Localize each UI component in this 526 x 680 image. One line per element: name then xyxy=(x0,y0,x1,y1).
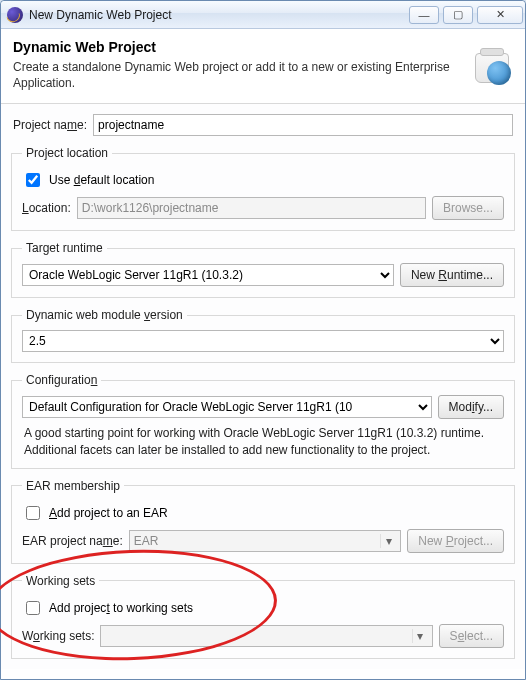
working-sets-legend: Working sets xyxy=(22,574,99,588)
titlebar[interactable]: New Dynamic Web Project — ▢ ✕ xyxy=(1,1,525,29)
wizard-content: Project name: Project location Use defau… xyxy=(1,104,525,668)
target-runtime-group: Target runtime Oracle WebLogic Server 11… xyxy=(11,241,515,298)
location-input xyxy=(77,197,426,219)
dialog-window: New Dynamic Web Project — ▢ ✕ Dynamic We… xyxy=(0,0,526,680)
maximize-button[interactable]: ▢ xyxy=(443,6,473,24)
wizard-header: Dynamic Web Project Create a standalone … xyxy=(1,29,525,104)
configuration-group: Configuration Default Configuration for … xyxy=(11,373,515,468)
new-project-button: New Project... xyxy=(407,529,504,553)
project-name-row: Project name: xyxy=(13,114,513,136)
configuration-select[interactable]: Default Configuration for Oracle WebLogi… xyxy=(22,396,432,418)
project-name-label: Project name: xyxy=(13,118,87,132)
new-runtime-button[interactable]: New Runtime... xyxy=(400,263,504,287)
working-sets-group: Working sets Add project to working sets… xyxy=(11,574,515,659)
working-sets-select: ▾ xyxy=(100,625,432,647)
close-button[interactable]: ✕ xyxy=(477,6,523,24)
target-runtime-legend: Target runtime xyxy=(22,241,107,255)
window-buttons: — ▢ ✕ xyxy=(409,6,523,24)
chevron-down-icon: ▾ xyxy=(380,534,396,548)
location-label: Location: xyxy=(22,201,71,215)
eclipse-icon xyxy=(7,7,23,23)
minimize-button[interactable]: — xyxy=(409,6,439,24)
window-title: New Dynamic Web Project xyxy=(29,8,172,22)
web-module-version-group: Dynamic web module version 2.5 xyxy=(11,308,515,363)
add-to-ear-label: Add project to an EAR xyxy=(49,506,168,520)
ear-membership-group: EAR membership Add project to an EAR EAR… xyxy=(11,479,515,564)
page-description: Create a standalone Dynamic Web project … xyxy=(13,59,455,91)
web-module-version-select[interactable]: 2.5 xyxy=(22,330,504,352)
web-module-version-legend: Dynamic web module version xyxy=(22,308,187,322)
wizard-icon xyxy=(465,39,513,87)
globe-icon xyxy=(487,61,511,85)
ear-membership-legend: EAR membership xyxy=(22,479,124,493)
working-sets-label: Working sets: xyxy=(22,629,94,643)
modify-button[interactable]: Modify... xyxy=(438,395,504,419)
use-default-location-row: Use default location xyxy=(22,170,504,190)
use-default-location-checkbox[interactable] xyxy=(26,173,40,187)
use-default-location-label: Use default location xyxy=(49,173,154,187)
add-to-working-sets-checkbox[interactable] xyxy=(26,601,40,615)
add-to-ear-checkbox[interactable] xyxy=(26,506,40,520)
configuration-legend: Configuration xyxy=(22,373,101,387)
project-location-legend: Project location xyxy=(22,146,112,160)
chevron-down-icon: ▾ xyxy=(412,629,428,643)
select-working-sets-button: Select... xyxy=(439,624,504,648)
browse-button: Browse... xyxy=(432,196,504,220)
configuration-hint: A good starting point for working with O… xyxy=(24,425,502,457)
add-to-working-sets-label: Add project to working sets xyxy=(49,601,193,615)
ear-project-name-label: EAR project name: xyxy=(22,534,123,548)
project-location-group: Project location Use default location Lo… xyxy=(11,146,515,231)
project-name-input[interactable] xyxy=(93,114,513,136)
target-runtime-select[interactable]: Oracle WebLogic Server 11gR1 (10.3.2) xyxy=(22,264,394,286)
page-title: Dynamic Web Project xyxy=(13,39,455,55)
ear-project-name-select: EAR ▾ xyxy=(129,530,402,552)
